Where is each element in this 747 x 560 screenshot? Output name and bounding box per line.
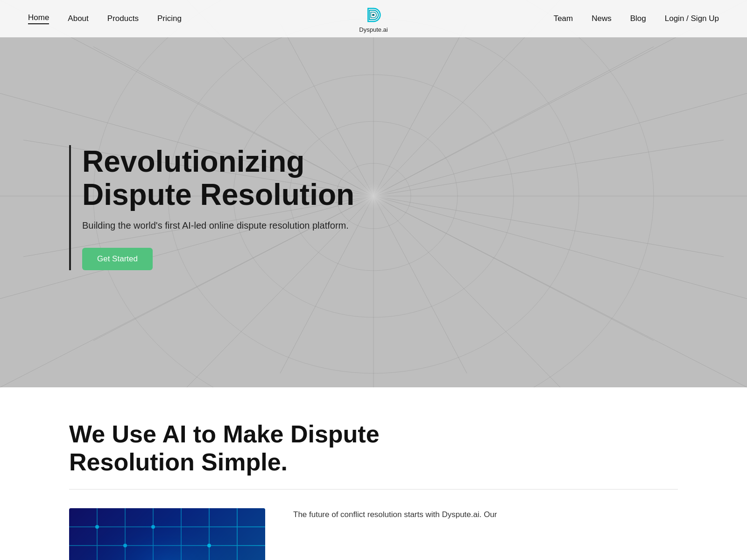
section-bottom: The future of conflict resolution starts…: [69, 508, 678, 560]
nav-pricing[interactable]: Pricing: [157, 14, 182, 23]
hero-content: Revolutionizing Dispute Resolution Build…: [69, 145, 409, 270]
nav-team[interactable]: Team: [554, 14, 573, 23]
hero-section: Revolutionizing Dispute Resolution Build…: [0, 0, 747, 387]
section-image: [69, 508, 265, 560]
below-hero-section: We Use AI to Make Dispute Resolution Sim…: [0, 387, 747, 560]
get-started-button[interactable]: Get Started: [82, 248, 153, 270]
nav-news[interactable]: News: [592, 14, 612, 23]
nav-products[interactable]: Products: [107, 14, 139, 23]
nav-logo[interactable]: Dyspute.ai: [359, 5, 388, 33]
logo-icon: [363, 5, 384, 25]
nav-left: Home About Products Pricing: [28, 13, 182, 24]
section-title: We Use AI to Make Dispute Resolution Sim…: [69, 420, 489, 476]
nav-about[interactable]: About: [68, 14, 88, 23]
nav-home[interactable]: Home: [28, 13, 49, 24]
nav-login[interactable]: Login / Sign Up: [665, 14, 719, 23]
svg-rect-56: [69, 508, 265, 560]
nav-right: Team News Blog Login / Sign Up: [554, 14, 719, 23]
navbar: Home About Products Pricing Dyspute.ai T…: [0, 0, 747, 37]
circuit-image: [69, 508, 265, 560]
section-divider: [69, 489, 678, 490]
hero-subtitle: Building the world's first AI-led online…: [82, 220, 372, 231]
section-body-text: The future of conflict resolution starts…: [293, 508, 497, 522]
logo-text: Dyspute.ai: [359, 26, 388, 33]
hero-title: Revolutionizing Dispute Resolution: [82, 145, 409, 211]
nav-blog[interactable]: Blog: [630, 14, 646, 23]
